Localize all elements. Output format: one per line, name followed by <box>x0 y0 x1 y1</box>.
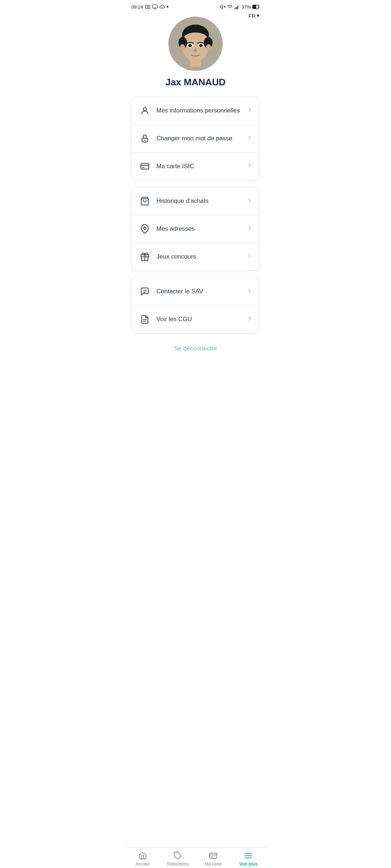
menu-item-contact-sav[interactable]: Contacter le SAV <box>132 278 259 306</box>
cart-icon <box>138 195 151 208</box>
chevron-right-icon <box>246 162 253 171</box>
screen-icon <box>152 4 158 10</box>
svg-point-18 <box>180 44 185 51</box>
svg-rect-8 <box>238 5 239 9</box>
menu-item-purchase-history[interactable]: Historique d'achats <box>132 187 259 215</box>
svg-point-24 <box>190 44 191 46</box>
wifi-icon <box>227 4 233 10</box>
time-display: 09:24 <box>131 4 143 10</box>
svg-rect-5 <box>235 8 235 9</box>
menu-group-support: Contacter le SAV Voir les CGU <box>131 277 260 333</box>
menu-item-personal-info[interactable]: Mes informations personnelles <box>132 97 259 125</box>
menu-item-contests[interactable]: Jeux concours <box>132 243 259 271</box>
svg-point-33 <box>144 227 146 230</box>
status-icons: 37% <box>220 4 260 10</box>
svg-point-19 <box>206 44 211 51</box>
menu-group-activity: Historique d'achats Mes adresses Jeux co… <box>131 187 260 271</box>
signal-icon <box>234 4 240 10</box>
person-icon <box>138 104 151 117</box>
chevron-right-icon <box>246 315 253 324</box>
contact-sav-label: Contacter le SAV <box>156 288 246 295</box>
status-time: 09:24 • <box>131 4 169 10</box>
menu-item-isic-card[interactable]: Ma carte ISIC <box>132 153 259 180</box>
menu-item-cgu[interactable]: Voir les CGU <box>132 306 259 333</box>
pin-icon <box>138 222 151 235</box>
user-name: Jax MANAUD <box>165 77 226 88</box>
svg-rect-29 <box>141 163 149 169</box>
photo-icon <box>145 4 151 10</box>
lock-icon <box>138 132 151 145</box>
chevron-right-icon <box>246 107 253 115</box>
chevron-right-icon <box>246 135 253 143</box>
status-bar: 09:24 • 37% <box>125 0 266 12</box>
svg-rect-7 <box>237 6 238 9</box>
personal-info-label: Mes informations personnelles <box>156 107 246 114</box>
chevron-right-icon <box>246 288 253 296</box>
svg-point-1 <box>147 6 148 8</box>
card-icon <box>138 160 151 173</box>
addresses-label: Mes adresses <box>156 225 246 233</box>
disconnect-hint: Se déconnecter <box>125 340 266 352</box>
svg-rect-10 <box>253 5 256 8</box>
chevron-right-icon <box>246 225 253 233</box>
svg-point-28 <box>144 140 145 141</box>
lang-label: FR <box>248 13 256 19</box>
svg-point-26 <box>143 107 147 111</box>
chevron-right-icon <box>246 197 253 205</box>
menu-item-change-password[interactable]: Changer mon mot de passe <box>132 125 259 153</box>
language-selector[interactable]: FR ▾ <box>248 12 260 19</box>
svg-point-25 <box>201 44 202 46</box>
menu-item-addresses[interactable]: Mes adresses <box>132 215 259 243</box>
svg-rect-6 <box>236 7 237 9</box>
chat-icon <box>138 285 151 298</box>
avatar <box>168 17 223 71</box>
svg-rect-2 <box>152 5 157 8</box>
avatar-image <box>168 17 223 71</box>
profile-header: FR ▾ <box>125 12 266 97</box>
contests-label: Jeux concours <box>156 253 246 260</box>
purchase-history-label: Historique d'achats <box>156 197 246 205</box>
gift-icon <box>138 250 151 263</box>
battery-display: 37% <box>241 4 251 10</box>
battery-icon <box>252 5 260 9</box>
mute-icon <box>220 4 226 10</box>
chevron-right-icon <box>246 253 253 261</box>
dot-icon: • <box>167 4 169 10</box>
cloud-icon <box>159 4 165 10</box>
isic-card-label: Ma carte ISIC <box>156 163 246 170</box>
change-password-label: Changer mon mot de passe <box>156 135 246 142</box>
document-icon <box>138 313 151 326</box>
menu-group-account: Mes informations personnelles Changer mo… <box>131 97 260 180</box>
lang-chevron: ▾ <box>257 12 260 19</box>
cgu-label: Voir les CGU <box>156 316 246 323</box>
svg-rect-0 <box>146 5 150 8</box>
